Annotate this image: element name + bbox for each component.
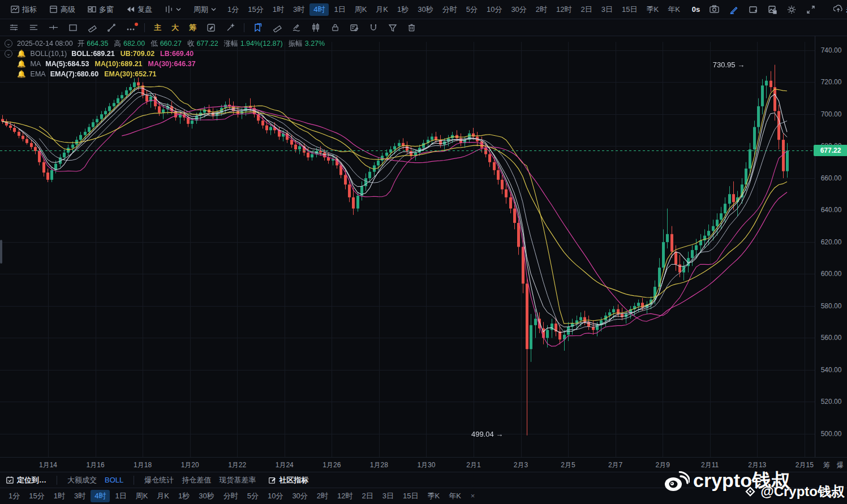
tab-bottom-30秒[interactable]: 30秒 [195, 490, 218, 502]
bookmark-icon[interactable] [250, 23, 266, 32]
tab-top-1秒[interactable]: 1秒 [393, 3, 412, 16]
tab-bottom-3时[interactable]: 3时 [70, 490, 89, 502]
left-scrollbar-handle[interactable] [0, 240, 2, 264]
tab-bottom-5分[interactable]: 5分 [243, 490, 263, 502]
date-label-13: 2月9 [655, 460, 669, 470]
tab-top-月K[interactable]: 月K [372, 3, 392, 16]
period-dropdown[interactable]: 周期 [188, 5, 221, 15]
tab-top-4时[interactable]: 4时 [309, 3, 329, 16]
tab-bottom-15分[interactable]: 15分 [25, 490, 48, 502]
measure-icon[interactable] [269, 23, 285, 32]
candle-style-icon[interactable] [308, 23, 324, 32]
tab-bottom-2时[interactable]: 2时 [313, 490, 332, 502]
tab-bottom-1秒[interactable]: 1秒 [174, 490, 194, 502]
menu-multi-window[interactable]: 多窗 [83, 5, 119, 15]
menu-replay[interactable]: 复盘 [121, 5, 157, 15]
tab-bottom-月K[interactable]: 月K [153, 490, 173, 502]
image-layers-icon[interactable] [764, 5, 781, 14]
settings-gear-icon[interactable] [783, 5, 800, 14]
chips-tool[interactable]: 筹 [186, 23, 200, 33]
edit-box-icon[interactable] [203, 23, 219, 32]
tab-top-5分[interactable]: 5分 [462, 3, 481, 16]
tab-top-10分[interactable]: 10分 [483, 3, 506, 16]
tab-top-1日[interactable]: 1日 [330, 3, 349, 16]
magnet-icon[interactable] [366, 23, 381, 32]
indicator-spot-basis[interactable]: 现货基差率 [219, 475, 256, 485]
ohlc-val: 660.27 [160, 38, 182, 49]
more-tools-icon[interactable] [123, 23, 139, 32]
tab-top-30分[interactable]: 30分 [507, 3, 530, 16]
tab-top-1分[interactable]: 1分 [223, 3, 243, 16]
tab-bottom-4时[interactable]: 4时 [91, 490, 110, 502]
tab-top-15日[interactable]: 15日 [618, 3, 641, 16]
cloud-save-dropdown[interactable]: 未命名 [828, 5, 847, 15]
locate-button[interactable]: 定位到… [6, 475, 46, 485]
fullscreen-icon[interactable] [802, 5, 819, 14]
tab-top-12时[interactable]: 12时 [552, 3, 575, 16]
ma-name: MA [31, 59, 41, 69]
indicator-liquidation[interactable]: 爆仓统计 [144, 475, 174, 485]
line-styles-icon[interactable] [25, 23, 42, 32]
large-view-tool[interactable]: 大 [168, 23, 182, 33]
side-tab-1[interactable]: 爆 [837, 460, 844, 470]
tab-bottom-10分[interactable]: 10分 [264, 490, 287, 502]
tab-bottom-12时[interactable]: 12时 [333, 490, 356, 502]
tab-bottom-3日[interactable]: 3日 [379, 490, 398, 502]
menu-indicators[interactable]: 指标 [6, 5, 42, 15]
annotation-add-icon[interactable] [745, 5, 762, 14]
tab-top-2日[interactable]: 2日 [577, 3, 596, 16]
tab-top-分时[interactable]: 分时 [438, 3, 461, 16]
tab-bottom-1分[interactable]: 1分 [5, 490, 24, 502]
horizontal-ray-icon[interactable] [45, 23, 62, 32]
tab-top-年K[interactable]: 年K [664, 3, 684, 16]
tab-bottom-1时[interactable]: 1时 [50, 490, 69, 502]
close-bar-icon[interactable]: × [466, 490, 480, 501]
chart-area[interactable]: ⌄ 2025-02-14 08:00 开664.35高682.00低660.27… [0, 36, 847, 457]
tab-bottom-15日[interactable]: 15日 [399, 490, 422, 502]
tab-bottom-周K[interactable]: 周K [132, 490, 152, 502]
tab-bottom-分时[interactable]: 分时 [220, 490, 242, 502]
alert-bell-icon[interactable]: 🔔 [17, 69, 26, 79]
rectangle-tool-icon[interactable] [65, 23, 81, 32]
screenshot-camera-icon[interactable] [706, 5, 723, 14]
date-label-6: 1月26 [323, 460, 341, 470]
tab-bottom-季K[interactable]: 季K [424, 490, 444, 502]
community-indicators-button[interactable]: 社区指标 [268, 475, 308, 485]
line-settings-icon[interactable] [6, 23, 22, 32]
indicator-position-diff[interactable]: 持仓差值 [182, 475, 211, 485]
alert-bell-icon[interactable]: 🔔 [17, 59, 26, 69]
price-axis[interactable]: 740.00720.00700.00680.00660.00640.00620.… [815, 36, 847, 457]
side-tab-0[interactable]: 筹 [823, 460, 830, 470]
brush-icon[interactable] [289, 23, 304, 32]
main-chart-tool[interactable]: 主 [151, 23, 165, 33]
tab-top-30秒[interactable]: 30秒 [414, 3, 437, 16]
tab-bottom-30分[interactable]: 30分 [288, 490, 311, 502]
tab-top-1时[interactable]: 1时 [269, 3, 288, 16]
lock-icon[interactable] [328, 23, 343, 32]
note-edit-icon[interactable] [346, 23, 362, 32]
trend-line-icon[interactable] [104, 23, 119, 32]
alert-bell-icon[interactable]: 🔔 [17, 49, 26, 59]
magic-wand-icon[interactable] [222, 23, 238, 32]
tab-top-周K[interactable]: 周K [351, 3, 371, 16]
draw-pencil-icon[interactable] [725, 5, 742, 14]
menu-advanced[interactable]: 高级 [44, 5, 80, 15]
tab-bottom-年K[interactable]: 年K [445, 490, 465, 502]
volume-style-dropdown[interactable] [160, 5, 186, 14]
date-axis[interactable]: 筹爆 1月141月161月181月201月221月241月261月281月302… [0, 457, 847, 472]
tab-top-季K[interactable]: 季K [643, 3, 663, 16]
tab-top-3日[interactable]: 3日 [597, 3, 617, 16]
candlestick-canvas[interactable] [0, 36, 815, 457]
ruler-icon[interactable] [84, 23, 100, 32]
tab-top-15分[interactable]: 15分 [244, 3, 267, 16]
collapse-chevron-icon[interactable]: ⌄ [5, 40, 12, 48]
tab-bottom-1日[interactable]: 1日 [111, 490, 130, 502]
tab-bottom-2日[interactable]: 2日 [358, 490, 377, 502]
collapse-chevron-icon[interactable]: ⌄ [5, 50, 12, 58]
indicator-large-trades[interactable]: 大额成交 [67, 475, 97, 485]
tab-top-3时[interactable]: 3时 [289, 3, 308, 16]
filter-funnel-icon[interactable] [385, 23, 401, 32]
tab-top-2时[interactable]: 2时 [532, 3, 551, 16]
trash-icon[interactable] [404, 23, 419, 32]
indicator-boll[interactable]: BOLL [105, 476, 123, 484]
